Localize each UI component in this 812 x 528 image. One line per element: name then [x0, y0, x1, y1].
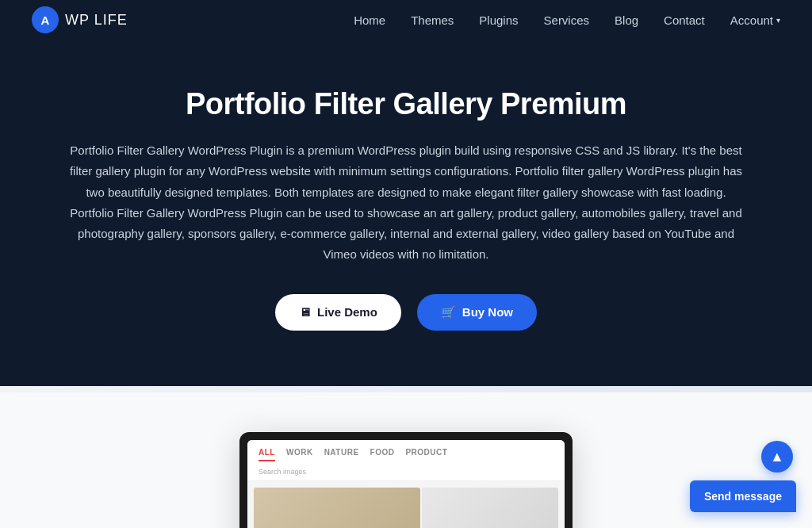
- section-divider: [0, 386, 812, 392]
- main-nav: Home Themes Plugins Services Blog Contac…: [354, 13, 780, 27]
- screen-header: ALL WORK NATURE FOOD PRODUCT Search imag…: [247, 440, 565, 481]
- nav-themes[interactable]: Themes: [411, 13, 454, 27]
- nav-account[interactable]: Account ▾: [730, 13, 780, 27]
- live-demo-button[interactable]: 🖥 Live Demo: [275, 294, 401, 331]
- hero-description: Portfolio Filter Gallery WordPress Plugi…: [69, 140, 743, 266]
- screen-tab-all[interactable]: ALL: [259, 448, 275, 461]
- hero-buttons: 🖥 Live Demo 🛒 Buy Now: [32, 294, 780, 331]
- laptop-screen: ALL WORK NATURE FOOD PRODUCT Search imag…: [247, 440, 565, 529]
- gallery-image-left: [254, 488, 420, 529]
- site-header: A WP LIFE Home Themes Plugins Services B…: [0, 0, 812, 40]
- gallery-image-right: [422, 488, 558, 529]
- nav-contact[interactable]: Contact: [664, 13, 705, 27]
- nav-plugins[interactable]: Plugins: [479, 13, 518, 27]
- buy-now-button[interactable]: 🛒 Buy Now: [417, 294, 537, 331]
- hero-title: Portfolio Filter Gallery Premium: [32, 87, 780, 121]
- laptop-frame: ALL WORK NATURE FOOD PRODUCT Search imag…: [239, 432, 573, 529]
- monitor-icon: 🖥: [299, 305, 311, 319]
- screen-tab-nature[interactable]: NATURE: [324, 448, 359, 461]
- laptop-mockup: ALL WORK NATURE FOOD PRODUCT Search imag…: [239, 432, 573, 529]
- logo[interactable]: A WP LIFE: [32, 6, 128, 33]
- screen-tab-food[interactable]: FOOD: [370, 448, 395, 461]
- screen-search-placeholder[interactable]: Search images: [259, 468, 553, 476]
- scroll-to-top-button[interactable]: ▲: [761, 441, 793, 473]
- send-message-button[interactable]: Send message: [690, 480, 796, 512]
- nav-services[interactable]: Services: [544, 13, 590, 27]
- cart-icon: 🛒: [441, 305, 456, 319]
- nav-blog[interactable]: Blog: [615, 13, 638, 27]
- nav-home[interactable]: Home: [354, 13, 385, 27]
- screen-tab-work[interactable]: WORK: [286, 448, 313, 461]
- chevron-down-icon: ▾: [776, 16, 780, 25]
- screen-gallery: [247, 481, 565, 529]
- logo-icon: A: [32, 6, 59, 33]
- logo-text: WP LIFE: [65, 12, 128, 29]
- screen-tab-product[interactable]: PRODUCT: [405, 448, 447, 461]
- hero-section: Portfolio Filter Gallery Premium Portfol…: [0, 40, 812, 386]
- screen-tabs: ALL WORK NATURE FOOD PRODUCT: [259, 448, 553, 461]
